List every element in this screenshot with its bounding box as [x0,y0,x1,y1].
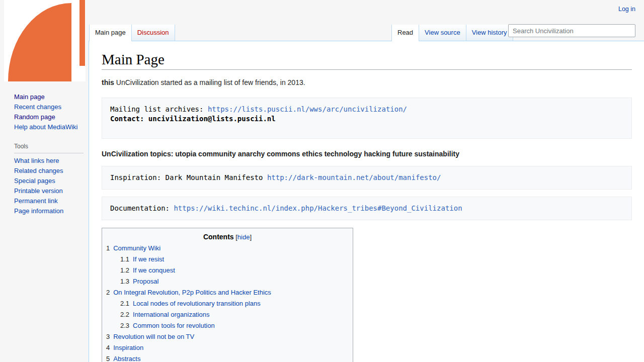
personal-bar: Log in [618,6,635,13]
sidebar-item-recent-changes[interactable]: Recent changes [14,103,61,111]
toc-item: 5Abstracts [106,355,349,362]
toc-item-number: 4 [106,344,110,351]
toc-link-international-organizations[interactable]: International organizations [133,311,210,318]
intro-text: UnCivilization started as a mailing list… [114,78,305,86]
toc-title: Contents [203,233,234,241]
toc-link-revolution-will-not-be-on-tv[interactable]: Revolution will not be on TV [113,333,194,340]
tools-item-page-information[interactable]: Page information [14,207,63,215]
documentation-link[interactable]: https://wiki.techinc.nl/index.php/Hacker… [174,204,462,212]
toc-item-number: 5 [106,355,110,362]
tab-main-page[interactable]: Main page [89,25,132,41]
toc-item: 1.3Proposal [120,278,349,285]
toc-item-number: 2.2 [120,311,129,318]
tools-item-what-links-here[interactable]: What links here [14,157,59,164]
toc-link-common-tools-for-revolution[interactable]: Common tools for revolution [133,322,215,329]
namespace-tabs: Main pageDiscussion [89,25,175,41]
toc-item: 1Community Wiki [106,245,349,252]
search-box [508,24,635,37]
toc-item: 2.3Common tools for revolution [120,322,349,329]
toc-item-number: 1 [106,244,110,252]
topics-line: UnCivilization topics: utopia community … [102,149,632,159]
tools-item-related-changes[interactable]: Related changes [14,167,63,174]
search-input[interactable] [508,24,635,37]
tools-item-row: Permanent link [14,198,84,205]
page-title: Main Page [102,51,632,70]
toc-link-proposal[interactable]: Proposal [133,278,158,285]
toc-item-number: 1.3 [120,278,129,285]
tools-item-printable-version[interactable]: Printable version [14,187,63,195]
tab-view-source[interactable]: View source [419,25,466,41]
wiki-logo[interactable] [4,0,86,81]
sidebar-item-row: Recent changes [14,104,84,111]
tools-item-row: Related changes [14,167,84,174]
toc-bracket-close: ] [250,233,252,241]
sidebar-tools-list: What links hereRelated changesSpecial pa… [0,157,89,215]
log-in-link[interactable]: Log in [618,6,635,13]
code-block-inspiration: Inspiration: Dark Mountain Manifesto htt… [102,166,632,190]
tab-view-history[interactable]: View history [466,25,513,41]
table-of-contents: Contents [hide] 1Community Wiki1.1If we … [102,228,353,362]
sidebar-item-help-about-mediawiki[interactable]: Help about MediaWiki [14,123,77,131]
toc-item: 2On Integral Revolution, P2p Politics an… [106,289,349,296]
toc-item: 3Revolution will not be on TV [106,333,349,340]
logo-quarter-circle-icon [8,3,71,81]
code-block-mailing-list: Mailing list archives: https://lists.pus… [102,98,632,139]
toc-item: 1.2If we conquest [120,267,349,274]
sidebar-nav-list: Main pageRecent changesRandom pageHelp a… [0,94,89,131]
sidebar-item-row: Main page [14,94,84,101]
toc-item-number: 1.2 [120,266,129,274]
toc-item: 4Inspiration [106,344,349,351]
inspiration-label: Inspiration: Dark Mountain Manifesto [110,173,267,182]
toc-link-local-nodes-of-revolutionary-transition-plans[interactable]: Local nodes of revolutionary transition … [133,300,261,307]
view-tabs: ReadView sourceView history [391,25,513,41]
toc-item: 2.2International organizations [120,311,349,318]
content-area: Main Page this UnCivilization started as… [89,41,644,362]
sidebar-item-main-page[interactable]: Main page [14,93,45,101]
tools-item-special-pages[interactable]: Special pages [14,177,55,185]
tools-heading: Tools [14,143,84,153]
toc-item-number: 2.3 [120,322,129,329]
toc-item-number: 2 [106,289,110,296]
toc-titlebar: Contents [hide] [106,233,349,241]
code-block-documentation: Documentation: https://wiki.techinc.nl/i… [102,197,632,220]
toc-item-number: 3 [106,333,110,340]
intro-paragraph: this UnCivilization started as a mailing… [102,77,632,87]
contact-line: Contact: uncivilization@lists.puscii.nl [110,115,276,123]
toc-link-inspiration[interactable]: Inspiration [113,344,143,351]
tools-item-row: Printable version [14,188,84,195]
sidebar: Main pageRecent changesRandom pageHelp a… [0,94,89,218]
toc-hide-link[interactable]: hide [237,233,250,241]
toc-link-abstracts[interactable]: Abstracts [113,355,140,362]
toc-item-number: 2.1 [120,300,129,307]
documentation-label: Documentation: [110,204,174,212]
tools-item-permanent-link[interactable]: Permanent link [14,197,58,205]
toc-item: 2.1Local nodes of revolutionary transiti… [120,300,349,307]
logo-bar-icon [79,0,85,66]
mailing-list-label: Mailing list archives: [110,105,208,113]
toc-link-community-wiki[interactable]: Community Wiki [113,244,160,252]
toc-item: 1.1If we resist [120,256,349,263]
tab-discussion[interactable]: Discussion [132,25,175,41]
inspiration-link[interactable]: http://dark-mountain.net/about/manifesto… [267,173,441,182]
toc-link-if-we-conquest[interactable]: If we conquest [133,266,175,274]
sidebar-tools-section: Tools What links hereRelated changesSpec… [0,143,89,215]
intro-bold-text: this [102,78,114,86]
toc-item-number: 1.1 [120,255,129,263]
tab-read[interactable]: Read [391,25,419,41]
toc-link-if-we-resist[interactable]: If we resist [133,255,164,263]
toc-list: 1Community Wiki1.1If we resist1.2If we c… [106,245,349,362]
mailing-list-archive-link[interactable]: https://lists.puscii.nl/wws/arc/uncivili… [208,105,407,113]
sidebar-item-random-page[interactable]: Random page [14,113,55,121]
tools-item-row: Special pages [14,177,84,185]
sidebar-item-row: Help about MediaWiki [14,124,84,131]
toc-link-on-integral-revolution-p2p-politics-and-hacker-ethics[interactable]: On Integral Revolution, P2p Politics and… [113,289,271,296]
tools-item-row: Page information [14,208,84,215]
tools-item-row: What links here [14,157,84,164]
sidebar-item-row: Random page [14,114,84,121]
